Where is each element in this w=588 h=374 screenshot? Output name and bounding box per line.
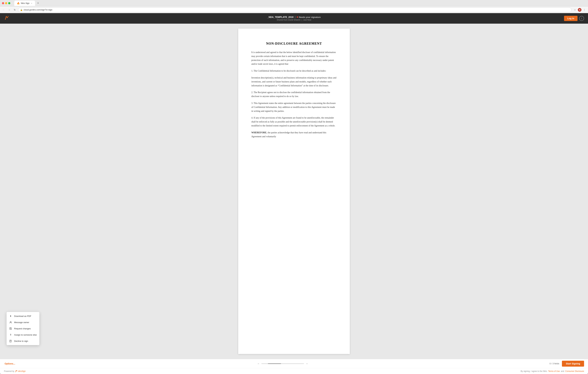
header-right: Log In i: [564, 16, 584, 21]
tab-title-label: Nitro Sign: [21, 2, 30, 4]
header-doc-title: _NDA_TEMPLATE_2018 | Needs your signatur…: [267, 16, 321, 18]
nitro-brand-text: nitroSign: [18, 370, 26, 372]
url-text: cloud.gonitro.com/sign?s=sign: [24, 9, 569, 11]
doc-viewer[interactable]: NON-DISCLOSURE AGREEMENT It is understoo…: [0, 24, 588, 359]
menu-item-message-owner[interactable]: Message owner: [7, 319, 39, 325]
nitro-footer-icon: [15, 370, 17, 372]
doc-wherefore: WHEREFORE, the parties acknowledge that …: [251, 131, 337, 139]
maximize-window-button[interactable]: [8, 2, 10, 4]
bookmark-button[interactable]: ☆: [573, 8, 577, 12]
tab-favicon-icon: 🔥: [17, 2, 20, 5]
header-logo: [4, 16, 9, 21]
url-bar[interactable]: 🔒 cloud.gonitro.com/sign?s=sign: [18, 8, 572, 12]
scroll-right-arrow[interactable]: →: [306, 362, 308, 365]
scroll-bar[interactable]: [261, 363, 304, 364]
header-divider: |: [295, 16, 295, 18]
assign-someone-label: Assign to someone else: [14, 334, 37, 336]
new-tab-button[interactable]: +: [36, 1, 40, 6]
context-menu: ⬇ Download as PDF Message owner: [7, 312, 39, 345]
status-text: Needs your signature: [299, 16, 321, 18]
browser-tab[interactable]: 🔥 Nitro Sign ×: [14, 1, 35, 6]
field-count-label: 0 / 3 fields: [550, 362, 559, 365]
reload-button[interactable]: ↻: [12, 8, 17, 12]
minimize-window-button[interactable]: [5, 2, 7, 4]
doc-clause4: 4. If any of the provisions of this Agre…: [251, 116, 337, 128]
footer: Powered by nitroSign By signing, I agree…: [0, 368, 588, 374]
doc-title: NON-DISCLOSURE AGREEMENT: [251, 42, 337, 45]
nitro-logo-icon: [4, 16, 9, 20]
doc-clause2: 2. The Recipient agrees not to disclose …: [251, 90, 337, 98]
traffic-lights: [2, 2, 10, 4]
doc-clause1-heading: 1. The Confidential Information to be di…: [251, 69, 337, 73]
consumer-disclosure-link[interactable]: Consumer Disclosure: [565, 370, 584, 372]
bottom-toolbar: Options... ← → 0 / 3 fields Start Signin…: [0, 359, 588, 368]
download-pdf-icon: ⬇: [9, 315, 12, 318]
message-owner-icon: [9, 321, 12, 324]
decline-sign-label: Decline to sign: [14, 340, 28, 342]
powered-by-text: Powered by: [4, 370, 14, 372]
footer-right: By signing, I agree to the Nitro Terms o…: [521, 370, 584, 372]
info-button[interactable]: i: [579, 16, 584, 21]
doc-body: It is understood and agreed to that the …: [251, 50, 337, 139]
header-center: _NDA_TEMPLATE_2018 | Needs your signatur…: [267, 16, 321, 21]
tab-bar: 🔥 Nitro Sign × +: [13, 0, 586, 6]
menu-item-decline-sign[interactable]: Decline to sign: [7, 338, 39, 344]
start-signing-button[interactable]: Start Signing: [562, 361, 584, 367]
browser-actions: ☆ N ⋮: [573, 8, 587, 12]
lock-icon: 🔒: [20, 9, 23, 11]
doc-clause3: 3. This Agreement states the entire agre…: [251, 101, 337, 113]
mac-window: 🔥 Nitro Sign × + ← → ↻ 🔒 cloud.gonitro.c…: [0, 0, 588, 374]
login-button[interactable]: Log In: [564, 16, 578, 21]
nitro-brand-logo: nitroSign: [15, 370, 26, 372]
scroll-left-arrow[interactable]: ←: [257, 362, 260, 365]
request-changes-icon: [9, 327, 12, 330]
back-button[interactable]: ←: [1, 8, 6, 12]
forward-button[interactable]: →: [7, 8, 11, 12]
and-text: and: [561, 370, 564, 372]
options-button[interactable]: Options...: [4, 361, 16, 366]
shared-time-text: Just Now: [303, 19, 311, 21]
menu-button[interactable]: ⋮: [582, 8, 587, 12]
scroll-control: ← →: [19, 362, 547, 365]
red-dot-icon: [297, 16, 298, 18]
message-owner-label: Message owner: [14, 321, 29, 324]
menu-item-download-pdf[interactable]: ⬇ Download as PDF: [7, 313, 39, 319]
forward-icon: →: [8, 9, 10, 11]
close-window-button[interactable]: [2, 2, 4, 4]
assign-someone-icon: [9, 333, 12, 336]
doc-intro: It is understood and agreed to that the …: [251, 50, 337, 66]
scroll-thumb: [268, 363, 281, 364]
download-pdf-label: Download as PDF: [14, 315, 31, 317]
shared-by-text: Shared from David Sheerin: [277, 19, 301, 21]
menu-item-assign-someone[interactable]: Assign to someone else: [7, 332, 39, 338]
doc-page: NON-DISCLOSURE AGREEMENT It is understoo…: [238, 29, 350, 354]
title-bar: 🔥 Nitro Sign × +: [0, 0, 588, 7]
agree-text: By signing, I agree to the Nitro: [521, 370, 547, 372]
terms-of-use-link[interactable]: Terms of Use: [548, 370, 560, 372]
tab-close-button[interactable]: ×: [31, 2, 32, 5]
header-subtitle: Shared from David Sheerin | Just Now: [267, 19, 321, 21]
doc-clause1-body: Invention description(s), technical and …: [251, 76, 337, 87]
reload-icon: ↻: [14, 9, 16, 11]
doc-wherefore-bold: WHEREFORE: [251, 131, 267, 134]
back-icon: ←: [2, 9, 5, 11]
svg-rect-1: [10, 328, 11, 330]
doc-title-text: _NDA_TEMPLATE_2018: [267, 16, 293, 18]
svg-point-2: [10, 335, 11, 336]
request-changes-label: Request changes: [14, 327, 31, 330]
address-bar: ← → ↻ 🔒 cloud.gonitro.com/sign?s=sign ☆ …: [0, 7, 588, 13]
needs-signature-badge: Needs your signature: [297, 16, 321, 18]
decline-sign-icon: [9, 340, 12, 342]
main-area: NON-DISCLOSURE AGREEMENT It is understoo…: [0, 24, 588, 368]
app-header: _NDA_TEMPLATE_2018 | Needs your signatur…: [0, 13, 588, 24]
menu-item-request-changes[interactable]: Request changes: [7, 325, 39, 332]
profile-button[interactable]: N: [578, 8, 581, 12]
